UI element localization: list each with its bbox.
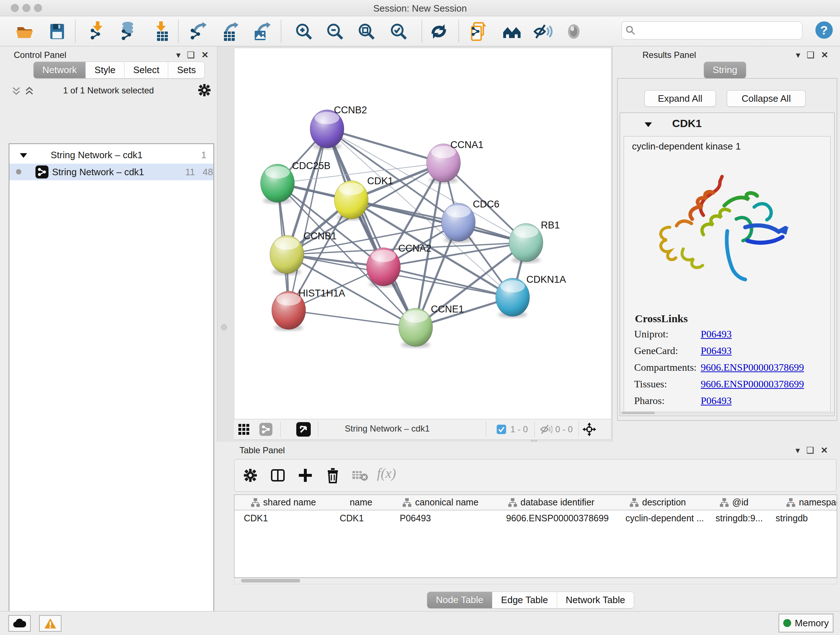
export-table-icon[interactable]: [220, 21, 240, 42]
detach-view-icon[interactable]: [296, 422, 311, 437]
tab-style[interactable]: Style: [86, 62, 125, 78]
crosslink-label: GeneCard:: [634, 345, 701, 356]
crosslink-value-link[interactable]: P06493: [701, 395, 732, 406]
network-row-label: String Network – cdk1: [52, 166, 144, 178]
table-scrollbar-track[interactable]: [234, 578, 837, 584]
open-session-icon[interactable]: [14, 21, 35, 42]
tab-network-table[interactable]: Network Table: [557, 592, 634, 608]
tab-network[interactable]: Network: [34, 62, 86, 78]
delete-column-trash-icon[interactable]: [325, 467, 340, 483]
zoom-out-icon[interactable]: [325, 21, 345, 42]
memory-button[interactable]: Memory: [778, 614, 834, 632]
panel-float-button[interactable]: ❑: [806, 446, 814, 455]
warnings-button[interactable]: [39, 615, 62, 632]
crosslink-value-link[interactable]: 9606.ENSP00000378699: [701, 362, 804, 373]
import-database-icon[interactable]: [118, 21, 139, 42]
table-cell[interactable]: cyclin-dependent ...: [611, 510, 719, 526]
expand-all-button[interactable]: Expand All: [644, 90, 716, 107]
tab-node-table[interactable]: Node Table: [427, 592, 493, 608]
crosslink-row: Compartments:9606.ENSP00000378699: [634, 362, 804, 373]
column-header-name[interactable]: name: [332, 495, 390, 510]
selected-checkbox-icon[interactable]: [497, 424, 506, 434]
hide-selected-eye-slash-icon[interactable]: [532, 21, 553, 42]
cloud-button[interactable]: [8, 615, 31, 632]
grid-view-icon[interactable]: [238, 424, 250, 435]
network-tree: String Network – cdk1 1 String Network –…: [9, 143, 214, 635]
node-table[interactable]: shared namenamecanonical namedatabase id…: [234, 494, 837, 578]
network-canvas[interactable]: CCNB2CCNA1CDC25BCDK1CDC6RB1CCNB1CCNA2CDK…: [234, 48, 611, 420]
export-network-icon[interactable]: [189, 21, 210, 42]
import-table-icon[interactable]: [151, 21, 172, 42]
table-options-gear-icon[interactable]: [244, 469, 257, 482]
import-network-icon[interactable]: [88, 21, 108, 42]
protein-structure-image: [644, 171, 800, 291]
table-cell[interactable]: 9606.ENSP00000378699: [492, 510, 625, 526]
column-header-canonical-name[interactable]: canonical name: [390, 495, 492, 510]
crosslink-value-link[interactable]: P06493: [701, 328, 732, 340]
panel-menu-button[interactable]: ▾: [796, 51, 800, 59]
crosslink-row: GeneCard:P06493: [634, 345, 732, 356]
help-icon[interactable]: ?: [815, 21, 834, 40]
zoom-fit-icon[interactable]: [356, 21, 377, 42]
houses-icon[interactable]: [502, 21, 522, 42]
zoom-selected-icon[interactable]: [388, 21, 409, 42]
panel-close-button[interactable]: ✕: [821, 446, 828, 455]
column-header-@id[interactable]: @id: [705, 495, 764, 510]
node-CCNB2[interactable]: CCNB2: [310, 105, 367, 149]
entry-scrollbar-track[interactable]: [621, 411, 834, 415]
tree-expand-icon[interactable]: [19, 152, 27, 158]
network-options-gear-icon[interactable]: [198, 84, 210, 96]
splitter-handle[interactable]: [221, 325, 227, 330]
node-CCNA2[interactable]: CCNA2: [366, 243, 431, 287]
birdseye-navigator-icon[interactable]: [582, 422, 597, 437]
table-cell[interactable]: CDK1: [234, 510, 342, 526]
new-network-from-selection-icon[interactable]: [469, 21, 489, 42]
node-CDC6[interactable]: CDC6: [441, 199, 500, 243]
apply-layout-icon[interactable]: [429, 21, 449, 42]
network-share-view-icon[interactable]: [259, 423, 272, 436]
tab-edge-table[interactable]: Edge Table: [493, 592, 557, 608]
panel-close-button[interactable]: ✕: [821, 51, 829, 59]
network-collection-row[interactable]: String Network – cdk1 1: [9, 147, 213, 164]
edge: [289, 129, 327, 310]
create-column-plus-icon[interactable]: [298, 468, 313, 483]
delete-table-icon-disabled: [352, 470, 368, 481]
edge: [289, 310, 416, 327]
node-CCNA1[interactable]: CCNA1: [426, 139, 484, 184]
zoom-in-icon[interactable]: [294, 21, 314, 42]
table-cell[interactable]: stringdb: [764, 510, 837, 526]
column-header-description[interactable]: description: [611, 495, 705, 510]
tab-select[interactable]: Select: [125, 62, 168, 78]
node-RB1[interactable]: RB1: [509, 220, 560, 263]
panel-float-button[interactable]: ❑: [187, 51, 195, 59]
table-cell[interactable]: P06493: [390, 510, 502, 526]
tab-string[interactable]: String: [704, 62, 746, 78]
panel-menu-button[interactable]: ▾: [176, 51, 180, 59]
node-CCNE1[interactable]: CCNE1: [399, 304, 464, 348]
column-header-shared-name[interactable]: shared name: [234, 495, 333, 510]
column-header-namespace[interactable]: namespace: [764, 495, 837, 510]
save-session-icon[interactable]: [47, 21, 67, 42]
crosslink-value-link[interactable]: P06493: [701, 345, 732, 356]
collapse-all-button[interactable]: Collapse All: [727, 90, 806, 107]
entry-detail: cyclin-dependent kinase 1: [624, 136, 831, 413]
table-cell[interactable]: CDK1: [332, 510, 397, 526]
table-panel-tabs: Node TableEdge TableNetwork Table: [427, 592, 634, 608]
panel-menu-button[interactable]: ▾: [796, 446, 800, 455]
table-scrollbar-thumb[interactable]: [241, 579, 300, 583]
tab-sets[interactable]: Sets: [168, 62, 204, 78]
entry-scrollbar-thumb[interactable]: [622, 412, 655, 414]
network-graph[interactable]: CCNB2CCNA1CDC25BCDK1CDC6RB1CCNB1CCNA2CDK…: [234, 48, 611, 419]
panel-float-button[interactable]: ❑: [807, 51, 815, 59]
network-row-selected[interactable]: String Network – cdk1 11 48: [9, 164, 213, 180]
column-header-database-identifier[interactable]: database identifier: [492, 495, 611, 510]
node-HIST1H1A[interactable]: HIST1H1A: [272, 288, 345, 331]
node-CDKN1A[interactable]: CDKN1A: [496, 274, 566, 318]
panel-close-button[interactable]: ✕: [202, 51, 209, 59]
crosslink-value-link[interactable]: 9606.ENSP00000378699: [701, 378, 804, 390]
search-input[interactable]: [638, 23, 798, 37]
entry-collapse-icon[interactable]: [644, 121, 653, 128]
show-all-eye-icon[interactable]: [564, 21, 584, 42]
export-image-icon[interactable]: [252, 21, 272, 42]
show-columns-icon[interactable]: [271, 468, 285, 483]
